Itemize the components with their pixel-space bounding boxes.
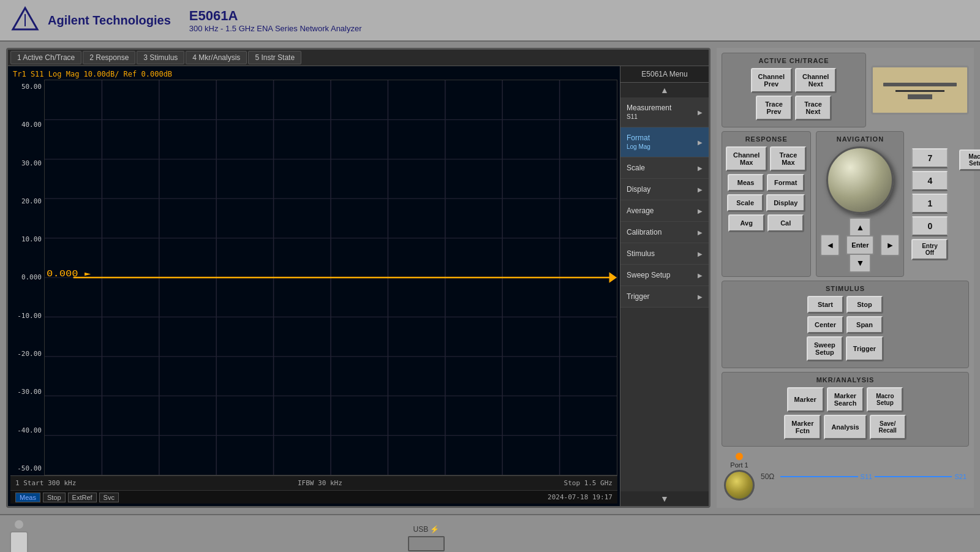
avg-button[interactable]: Avg <box>728 214 765 232</box>
header: Agilent Technologies E5061A 300 kHz - 1.… <box>0 0 980 42</box>
num-7-button[interactable]: 7 <box>911 148 948 168</box>
menu-average[interactable]: Average ▶ <box>620 200 709 222</box>
chart-area: Tr1 S11 Log Mag 10.00dB/ Ref 0.000dB 50.… <box>8 66 620 506</box>
marker-fctn-button[interactable]: MarkerFctn <box>784 415 821 440</box>
menu-scroll-down[interactable]: ▼ <box>620 491 709 506</box>
tab-active-ch[interactable]: 1 Active Ch/Trace <box>10 51 81 64</box>
num-1-button[interactable]: 1 <box>911 194 948 214</box>
start-button[interactable]: Start <box>807 296 844 314</box>
port1-connector <box>724 470 755 501</box>
menu-scroll-up[interactable]: ▲ <box>620 83 709 97</box>
save-recall-button[interactable]: Save/Recall <box>870 415 907 440</box>
channel-next-button[interactable]: ChannelNext <box>795 68 837 93</box>
cal-button[interactable]: Cal <box>767 214 804 232</box>
nav-up-button[interactable]: ▲ <box>849 217 871 237</box>
svg-text:0.000 ►: 0.000 ► <box>47 268 91 278</box>
trace-prev-button[interactable]: TracePrev <box>756 96 793 121</box>
marker-button[interactable]: Marker <box>787 387 824 412</box>
tab-response[interactable]: 2 Response <box>83 51 135 64</box>
channel-prev-button[interactable]: ChannelPrev <box>751 68 793 93</box>
menu-format-arrow: ▶ <box>698 139 703 146</box>
meas-badge: Meas <box>15 493 40 502</box>
menu-scale[interactable]: Scale ▶ <box>620 157 709 179</box>
menu-scale-arrow: ▶ <box>698 165 703 172</box>
marker-search-button[interactable]: MarkerSearch <box>827 387 865 412</box>
nav-knob[interactable] <box>826 146 894 214</box>
menu-measurement[interactable]: MeasurementS11 ▶ <box>620 97 709 127</box>
menu-calibration-label: Calibration <box>627 228 662 236</box>
num-0-button[interactable]: 0 <box>911 216 948 236</box>
mkr-row1: Marker MarkerSearch MacroSetup <box>726 387 965 412</box>
active-ch-section: ACTIVE CH/TRACE ChannelPrev ChannelNext … <box>722 53 866 127</box>
stop-button[interactable]: Stop <box>846 296 883 314</box>
y-label-10: -40.00 <box>13 426 42 434</box>
s21-label: S21 <box>954 473 967 480</box>
card-slot-2 <box>895 90 944 92</box>
sweep-setup-button[interactable]: SweepSetup <box>807 336 843 361</box>
macro-setup-button[interactable]: MacroSetup <box>959 149 980 171</box>
nav-left-button[interactable]: ◄ <box>820 234 840 256</box>
numpad-extra: MacroSetup <box>956 131 980 277</box>
tab-stimulus[interactable]: 3 Stimulus <box>137 51 184 64</box>
stimulus-title: STIMULUS <box>726 285 965 292</box>
usb-section: USB ⚡ <box>408 525 445 551</box>
active-ch-btn-row1: ChannelPrev ChannelNext <box>726 68 862 93</box>
card-display <box>871 66 969 115</box>
s11-wire <box>780 476 858 477</box>
card-display-area <box>871 53 969 127</box>
format-button[interactable]: Format <box>767 174 805 192</box>
agilent-logo-icon <box>10 5 40 36</box>
status-start: 1 Start 300 kHz <box>15 479 76 487</box>
y-label-3: 30.00 <box>13 159 42 167</box>
tab-instr[interactable]: 5 Instr State <box>248 51 301 64</box>
s21-wire <box>875 476 952 477</box>
menu-trigger-label: Trigger <box>627 292 650 301</box>
num-4-button[interactable]: 4 <box>911 171 948 191</box>
span-button[interactable]: Span <box>846 316 883 334</box>
menu-display-label: Display <box>627 185 650 194</box>
chart-svg: 0.000 ► <box>45 80 617 475</box>
center-button[interactable]: Center <box>807 316 844 334</box>
bottom-indicators: Meas Stop ExtRef Svc <box>15 493 119 502</box>
tab-mkr[interactable]: 4 Mkr/Analysis <box>186 51 247 64</box>
response-row1: ChannelMax TraceMax <box>726 146 807 172</box>
model-description: 300 kHz - 1.5 GHz ENA Series Network Ana… <box>189 24 362 33</box>
entry-off-button[interactable]: EntryOff <box>911 239 948 260</box>
menu-trigger[interactable]: Trigger ▶ <box>620 286 709 308</box>
card-slot-3 <box>908 94 932 99</box>
y-axis: 50.00 40.00 30.00 20.00 10.00 0.000 -10.… <box>10 80 44 475</box>
trigger-button[interactable]: Trigger <box>846 336 884 361</box>
macro-setup-btn2[interactable]: MacroSetup <box>867 387 903 412</box>
y-label-7: -10.00 <box>13 312 42 320</box>
stimulus-row1: Start Stop <box>726 296 965 314</box>
scale-button[interactable]: Scale <box>727 194 764 212</box>
menu-stimulus[interactable]: Stimulus ▶ <box>620 243 709 265</box>
power-switch[interactable] <box>10 531 28 552</box>
nav-right-button[interactable]: ► <box>880 234 900 256</box>
trace-max-button[interactable]: TraceMax <box>770 146 807 172</box>
menu-calibration[interactable]: Calibration ▶ <box>620 222 709 243</box>
menu-measurement-label: MeasurementS11 <box>627 104 671 121</box>
trace-label: Tr1 S11 Log Mag 10.00dB/ Ref 0.000dB <box>10 69 617 80</box>
y-label-6: 0.000 <box>13 273 42 281</box>
y-label-11: -50.00 <box>13 464 42 472</box>
menu-display[interactable]: Display ▶ <box>620 179 709 200</box>
chart-container: 50.00 40.00 30.00 20.00 10.00 0.000 -10.… <box>10 80 617 475</box>
nav-enter-button[interactable]: Enter <box>846 235 874 255</box>
menu-format[interactable]: FormatLog Mag ▶ <box>620 127 709 157</box>
stimulus-row2: Center Span <box>726 316 965 334</box>
display-button[interactable]: Display <box>766 194 805 212</box>
status-bar: 1 Start 300 kHz IFBW 30 kHz Stop 1.5 GHz <box>10 475 617 490</box>
menu-scale-label: Scale <box>627 164 645 172</box>
status-stop: Stop 1.5 GHz <box>564 479 612 487</box>
nav-down-button[interactable]: ▼ <box>849 253 871 273</box>
trace-next-button[interactable]: TraceNext <box>795 96 832 121</box>
svc-badge: Svc <box>99 493 119 502</box>
y-label-5: 10.00 <box>13 235 42 243</box>
menu-sweep-setup[interactable]: Sweep Setup ▶ <box>620 265 709 286</box>
channel-max-button[interactable]: ChannelMax <box>726 146 767 172</box>
status-date: 2024-07-18 19:17 <box>548 493 612 501</box>
analysis-button[interactable]: Analysis <box>824 415 867 440</box>
meas-button[interactable]: Meas <box>728 174 764 192</box>
active-ch-btn-row2: TracePrev TraceNext <box>726 96 862 121</box>
